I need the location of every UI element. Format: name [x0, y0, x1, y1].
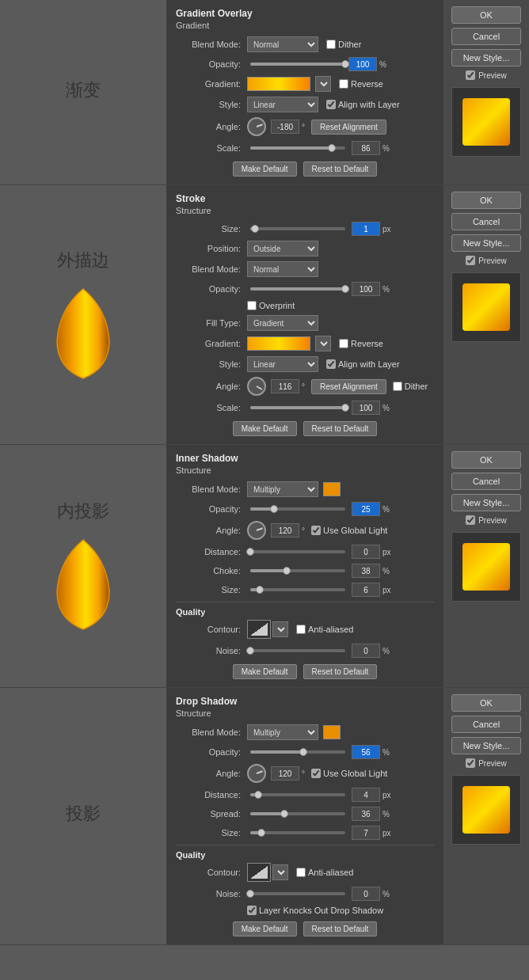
distance-slider4[interactable]: [250, 793, 345, 796]
new-style-button4[interactable]: New Style...: [451, 737, 521, 754]
dither-checkbox2[interactable]: [393, 382, 402, 391]
ok-button[interactable]: OK: [451, 6, 521, 24]
align-checkbox[interactable]: [326, 100, 336, 109]
make-default-button3[interactable]: Make Default: [233, 664, 297, 679]
angle-input[interactable]: -180: [271, 120, 299, 134]
size-slider[interactable]: [250, 227, 345, 230]
preview-checkbox2[interactable]: [466, 256, 475, 265]
position-select[interactable]: Outside: [247, 241, 318, 256]
size-input[interactable]: 1: [352, 222, 380, 236]
reset-alignment-button2[interactable]: Reset Alignment: [311, 379, 386, 394]
size-input4[interactable]: 7: [352, 826, 380, 840]
new-style-button2[interactable]: New Style...: [451, 234, 521, 252]
gradient-dropdown2[interactable]: [315, 336, 331, 351]
scale-slider2[interactable]: [250, 406, 345, 409]
reset-default-button2[interactable]: Reset to Default: [303, 421, 378, 436]
spread-input[interactable]: 36: [352, 807, 380, 821]
cancel-button2[interactable]: Cancel: [451, 213, 521, 230]
new-style-button3[interactable]: New Style...: [451, 494, 521, 511]
gradient-bar[interactable]: [247, 77, 310, 91]
choke-slider[interactable]: [250, 569, 345, 572]
noise-input3[interactable]: 0: [352, 644, 380, 658]
reset-default-button4[interactable]: Reset to Default: [303, 921, 378, 936]
opacity-slider4[interactable]: [250, 750, 345, 754]
noise-input4[interactable]: 0: [352, 887, 380, 901]
dither-checkbox[interactable]: [326, 40, 336, 49]
style-label: Style:: [176, 100, 247, 109]
make-default-button[interactable]: Make Default: [233, 161, 297, 177]
blend-mode-select4[interactable]: Multiply: [247, 724, 318, 740]
contour-preview3[interactable]: [247, 620, 271, 639]
blend-mode-select3[interactable]: Multiply: [247, 481, 318, 497]
anti-aliased-checkbox3[interactable]: [296, 625, 306, 634]
cancel-button4[interactable]: Cancel: [451, 716, 521, 733]
overprint-checkbox[interactable]: [247, 301, 257, 310]
angle-input3[interactable]: 120: [271, 523, 299, 537]
reset-default-button[interactable]: Reset to Default: [303, 161, 378, 177]
color-swatch4[interactable]: [323, 725, 341, 739]
scale-slider[interactable]: [250, 146, 345, 150]
gradient-bar2[interactable]: [247, 336, 310, 351]
distance-slider3[interactable]: [250, 550, 345, 553]
reverse-checkbox[interactable]: [339, 79, 348, 89]
distance-input3[interactable]: 0: [352, 545, 380, 559]
opacity-slider2[interactable]: [250, 287, 345, 291]
anti-aliased-checkbox4[interactable]: [296, 868, 306, 877]
style-select2[interactable]: Linear: [247, 356, 318, 372]
preview-checkbox4[interactable]: [466, 758, 475, 768]
reset-default-button3[interactable]: Reset to Default: [303, 664, 378, 679]
reset-alignment-button[interactable]: Reset Alignment: [311, 120, 386, 135]
scale-input[interactable]: 86: [352, 141, 380, 155]
angle-dial3[interactable]: [247, 521, 266, 540]
scale-input2[interactable]: 100: [352, 401, 380, 415]
distance-input4[interactable]: 4: [352, 788, 380, 802]
section4-label: 投影: [0, 688, 166, 944]
noise-slider4[interactable]: [250, 892, 345, 895]
gradient-dropdown[interactable]: [315, 76, 331, 92]
preview-checkbox[interactable]: [466, 70, 475, 80]
contour-preview4[interactable]: [247, 863, 271, 882]
angle-dial4[interactable]: [247, 764, 266, 783]
fill-type-select[interactable]: Gradient: [247, 315, 318, 331]
blend-mode-select[interactable]: Normal: [247, 36, 318, 52]
contour-select3[interactable]: [272, 621, 288, 637]
layer-knocks-checkbox[interactable]: [247, 906, 257, 915]
choke-input[interactable]: 38: [352, 564, 380, 578]
noise-label3: Noise:: [176, 646, 247, 655]
global-light-checkbox[interactable]: [311, 526, 321, 535]
blend-mode-select2[interactable]: Normal: [247, 261, 318, 277]
align-checkbox2[interactable]: [326, 359, 336, 369]
opacity-input4[interactable]: 56: [352, 745, 380, 759]
ok-button4[interactable]: OK: [451, 694, 521, 712]
angle-input2[interactable]: 116: [271, 379, 299, 393]
make-default-button4[interactable]: Make Default: [233, 921, 297, 936]
global-light-checkbox4[interactable]: [311, 769, 321, 778]
angle-dial[interactable]: [247, 117, 266, 136]
noise-slider3[interactable]: [250, 649, 345, 652]
make-default-button2[interactable]: Make Default: [233, 421, 297, 436]
opacity-label3: Opacity:: [176, 504, 247, 514]
opacity-input[interactable]: 100: [348, 57, 377, 71]
ok-button3[interactable]: OK: [451, 451, 521, 469]
style-select[interactable]: Linear: [247, 97, 318, 112]
new-style-button[interactable]: New Style...: [451, 49, 521, 66]
cancel-button3[interactable]: Cancel: [451, 473, 521, 490]
opacity-slider3[interactable]: [250, 507, 345, 511]
spread-slider[interactable]: [250, 812, 345, 815]
angle-dial2[interactable]: [247, 377, 266, 396]
color-swatch3[interactable]: [323, 482, 341, 496]
opacity-slider[interactable]: [250, 63, 345, 66]
section3-shape: [48, 536, 119, 632]
cancel-button[interactable]: Cancel: [451, 28, 521, 45]
opacity-input3[interactable]: 25: [352, 502, 380, 516]
ok-button2[interactable]: OK: [451, 192, 521, 209]
size-slider4[interactable]: [250, 831, 345, 834]
preview-image: [462, 98, 510, 146]
preview-checkbox3[interactable]: [466, 515, 475, 525]
size-input3[interactable]: 6: [352, 583, 380, 597]
size-slider3[interactable]: [250, 588, 345, 591]
opacity-input2[interactable]: 100: [352, 282, 380, 296]
angle-input4[interactable]: 120: [271, 766, 299, 781]
contour-select4[interactable]: [272, 864, 288, 880]
reverse-checkbox2[interactable]: [339, 339, 348, 348]
